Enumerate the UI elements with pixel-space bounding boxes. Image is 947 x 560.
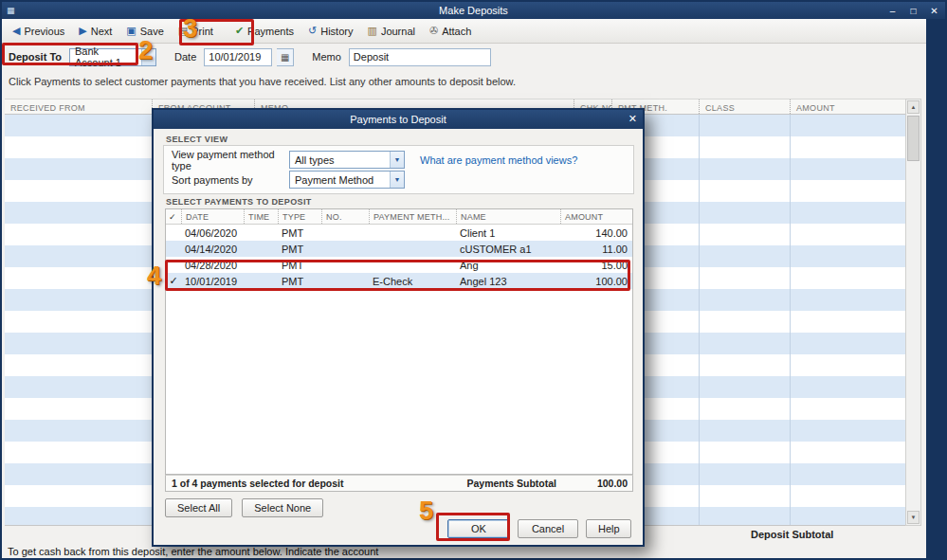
- payments-subtotal-label: Payments Subtotal: [466, 478, 556, 489]
- toolbar-print-label: Print: [191, 26, 213, 37]
- row-amount: 100.00: [560, 276, 632, 287]
- dialog-close-icon[interactable]: ✕: [628, 113, 637, 125]
- select-all-button[interactable]: Select All: [165, 498, 232, 517]
- next-icon: ▶: [79, 26, 86, 36]
- select-none-button[interactable]: Select None: [242, 498, 323, 517]
- row-date: 10/01/2019: [181, 276, 244, 287]
- window-title: Make Deposits: [2, 5, 945, 16]
- column-divider: [699, 115, 700, 525]
- deposit-to-dropdown[interactable]: Bank Account 1 ▼: [69, 48, 156, 66]
- toolbar-payments-button[interactable]: ✔ Payments: [228, 21, 300, 42]
- row-amount: 15.00: [560, 260, 632, 271]
- date-value: 10/01/2019: [209, 51, 261, 63]
- sort-payments-dropdown[interactable]: Payment Method ▼: [289, 171, 405, 189]
- row-date: 04/14/2020: [181, 244, 244, 255]
- header-date[interactable]: DATE: [181, 209, 244, 224]
- header-type[interactable]: TYPE: [278, 209, 321, 224]
- row-type: PMT: [278, 260, 321, 271]
- toolbar-attach-label: Attach: [442, 26, 471, 37]
- toolbar-journal-label: Journal: [381, 26, 415, 37]
- payments-table: ✓ DATE TIME TYPE NO. PAYMENT METH... NAM…: [165, 208, 633, 475]
- view-method-dropdown[interactable]: All types ▼: [289, 151, 405, 169]
- chevron-down-icon: ▼: [141, 49, 155, 65]
- calendar-icon[interactable]: ▦: [277, 48, 294, 66]
- row-name: Ang: [456, 260, 560, 271]
- minimize-button[interactable]: –: [886, 6, 899, 16]
- toolbar-previous-label: Previous: [24, 26, 64, 37]
- date-field[interactable]: 10/01/2019: [204, 48, 272, 66]
- deposit-to-label: Deposit To: [9, 51, 62, 63]
- maximize-button[interactable]: □: [907, 6, 920, 16]
- scrollbar-thumb[interactable]: [907, 116, 920, 161]
- window-titlebar: ▦ Make Deposits – □ ✕: [2, 2, 945, 19]
- toolbar-save-button[interactable]: ▣ Save: [119, 21, 170, 42]
- deposit-to-value: Bank Account 1: [75, 45, 138, 68]
- payment-row[interactable]: 04/28/2020 PMT Ang 15.00: [166, 257, 632, 273]
- vertical-scrollbar[interactable]: ▲ ▼: [905, 99, 921, 526]
- header-time[interactable]: TIME: [244, 209, 278, 224]
- cancel-button[interactable]: Cancel: [518, 519, 578, 538]
- deposit-subtotal-label: Deposit Subtotal: [751, 529, 833, 540]
- history-icon: ↺: [308, 26, 317, 36]
- payment-method-views-link[interactable]: What are payment method views?: [420, 154, 577, 166]
- toolbar-history-button[interactable]: ↺ History: [301, 21, 359, 42]
- payment-row[interactable]: 04/14/2020 PMT cUSTOMER a1 11.00: [166, 241, 632, 257]
- ok-button[interactable]: OK: [447, 519, 510, 538]
- toolbar-print-button[interactable]: ▤ Print: [172, 21, 220, 42]
- toolbar: ◀ Previous ▶ Next ▣ Save ▤ Print ✔ Payme…: [2, 19, 926, 44]
- row-name: cUSTOMER a1: [456, 244, 560, 255]
- header-name[interactable]: NAME: [456, 209, 560, 224]
- row-name: Angel 123: [456, 276, 560, 287]
- toolbar-previous-button[interactable]: ◀ Previous: [6, 21, 71, 42]
- payments-summary-row: 1 of 4 payments selected for deposit Pay…: [165, 475, 633, 492]
- row-name: Client 1: [456, 227, 560, 239]
- dialog-title: Payments to Deposit: [350, 114, 446, 125]
- toolbar-next-button[interactable]: ▶ Next: [72, 21, 118, 42]
- row-type: PMT: [278, 227, 321, 239]
- header-no[interactable]: NO.: [321, 209, 369, 224]
- app-background-strip: [926, 19, 945, 558]
- row-check-icon[interactable]: ✓: [166, 275, 181, 287]
- header-amount[interactable]: AMOUNT: [790, 99, 905, 114]
- payment-row[interactable]: 04/06/2020 PMT Client 1 140.00: [166, 225, 632, 241]
- header-check-icon: ✓: [166, 209, 181, 224]
- dialog-action-buttons: OK Cancel Help: [447, 519, 631, 538]
- instruction-text: Click Payments to select customer paymen…: [9, 76, 516, 87]
- memo-value: Deposit: [354, 51, 389, 63]
- help-button[interactable]: Help: [586, 519, 631, 538]
- journal-icon: ▥: [367, 26, 376, 36]
- toolbar-save-label: Save: [140, 26, 164, 37]
- toolbar-attach-button[interactable]: ✇ Attach: [423, 21, 478, 42]
- scroll-up-icon[interactable]: ▲: [907, 100, 920, 114]
- close-button[interactable]: ✕: [928, 6, 940, 16]
- memo-label: Memo: [312, 51, 341, 63]
- payments-to-deposit-dialog: Payments to Deposit ✕ SELECT VIEW View p…: [152, 108, 645, 547]
- sort-payments-row: Sort payments by Payment Method ▼: [172, 171, 626, 189]
- row-date: 04/28/2020: [181, 260, 244, 271]
- header-received-from[interactable]: RECEIVED FROM: [5, 99, 152, 114]
- toolbar-journal-button[interactable]: ▥ Journal: [360, 21, 421, 42]
- make-deposits-window: ▦ Make Deposits – □ ✕ ◀ Previous ▶ Next …: [2, 2, 945, 558]
- print-icon: ▤: [178, 26, 188, 36]
- toolbar-history-label: History: [320, 26, 353, 37]
- previous-icon: ◀: [12, 26, 20, 36]
- payments-table-header: ✓ DATE TIME TYPE NO. PAYMENT METH... NAM…: [166, 209, 632, 225]
- select-payments-heading: SELECT PAYMENTS TO DEPOSIT: [166, 197, 312, 207]
- attach-icon: ✇: [429, 26, 438, 36]
- header-amount[interactable]: AMOUNT: [560, 209, 632, 224]
- header-class[interactable]: CLASS: [699, 99, 790, 114]
- payments-icon: ✔: [235, 26, 244, 36]
- header-payment-method[interactable]: PAYMENT METH...: [369, 209, 456, 224]
- memo-field[interactable]: Deposit: [349, 48, 491, 66]
- scroll-down-icon[interactable]: ▼: [907, 511, 920, 524]
- window-icon: ▦: [7, 6, 15, 15]
- view-method-label: View payment method type: [172, 149, 289, 172]
- chevron-down-icon: ▼: [390, 172, 404, 188]
- payments-subtotal-value: 100.00: [556, 478, 632, 489]
- row-method: E-Check: [369, 276, 456, 287]
- chevron-down-icon: ▼: [390, 152, 404, 168]
- select-view-heading: SELECT VIEW: [166, 135, 228, 144]
- cashback-text: To get cash back from this deposit, ente…: [8, 546, 378, 557]
- dialog-titlebar: Payments to Deposit ✕: [154, 110, 643, 129]
- payment-row-selected[interactable]: ✓ 10/01/2019 PMT E-Check Angel 123 100.0…: [166, 273, 632, 289]
